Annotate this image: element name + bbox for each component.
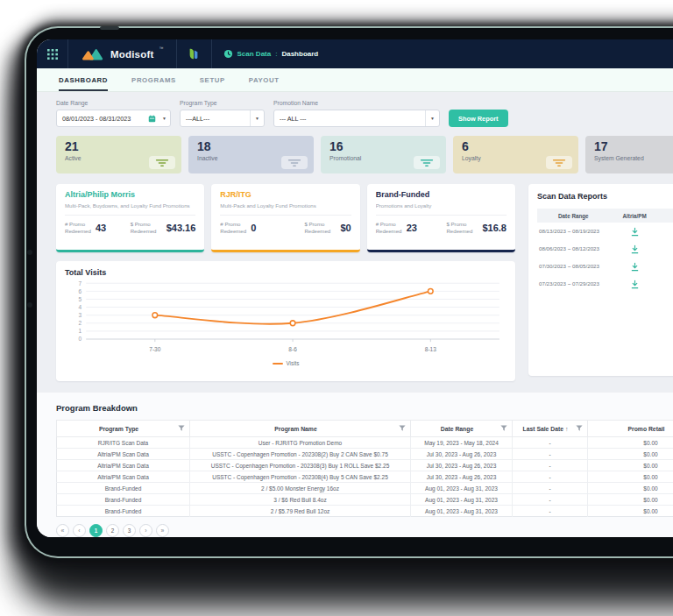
date-range-value: 08/01/2023 - 08/31/2023: [57, 115, 148, 123]
table-row[interactable]: RJR/ITG Scan Data User - RJR/ITG Promoti…: [57, 437, 673, 449]
report-date-range: 07/30/2023 ~ 08/05/2023: [537, 263, 610, 271]
cell-program-type: Altria/PM Scan Data: [57, 449, 190, 460]
cell-date-range: Jul 30, 2023 - Aug 26, 2023: [411, 460, 513, 471]
svg-text:3: 3: [79, 312, 82, 318]
breadcrumb-app[interactable]: Scan Data: [237, 50, 272, 58]
cell-last-sale: -: [513, 494, 588, 506]
column-filter-icon[interactable]: [399, 425, 406, 432]
pagination-last-button[interactable]: »: [156, 524, 169, 537]
brand-logo[interactable]: Modisoft ™: [68, 39, 177, 68]
tab-dashboard[interactable]: DASHBOARD: [59, 68, 108, 91]
promo-count-value: 0: [251, 223, 256, 233]
cell-program-name: USSTC - Copenhagen Promotion - 202308(3)…: [190, 460, 411, 471]
tab-setup[interactable]: SETUP: [200, 68, 225, 91]
tab-payout[interactable]: PAYOUT: [249, 68, 280, 91]
stat-card[interactable]: 17 System Generated: [585, 136, 673, 173]
pagination-first-button[interactable]: «: [56, 524, 69, 537]
scan-data-app-button[interactable]: [177, 39, 212, 68]
cell-last-sale: -: [513, 449, 588, 460]
svg-text:8-13: 8-13: [425, 345, 436, 351]
table-row[interactable]: Altria/PM Scan Data USSTC - Copenhagen P…: [57, 449, 673, 460]
cell-program-type: Brand-Funded: [57, 494, 190, 506]
cell-program-type: Altria/PM Scan Data: [57, 471, 190, 483]
tab-programs[interactable]: PROGRAMS: [131, 68, 176, 91]
modisoft-app-icon: [188, 47, 200, 60]
column-filter-icon[interactable]: [178, 425, 185, 432]
pagination-next-button[interactable]: ›: [139, 524, 152, 537]
filter-funnel-icon[interactable]: [281, 156, 308, 169]
cell-promo-retail: $0.00: [588, 506, 673, 517]
download-icon[interactable]: [630, 244, 640, 254]
calendar-icon[interactable]: [148, 115, 156, 123]
stat-card[interactable]: 16 Promotional: [321, 136, 446, 173]
apps-grid-button[interactable]: [37, 39, 68, 68]
svg-text:7: 7: [79, 280, 82, 286]
chevron-down-icon[interactable]: ▼: [159, 110, 170, 126]
pagination-prev-button[interactable]: ‹: [73, 524, 86, 537]
download-icon[interactable]: [630, 262, 640, 272]
column-filter-icon[interactable]: [500, 425, 507, 432]
cell-promo-retail: $0.00: [588, 437, 673, 449]
cell-promo-retail: $0.00: [588, 460, 673, 471]
cell-program-type: Altria/PM Scan Data: [57, 460, 190, 471]
tablet-side-button: [27, 302, 32, 308]
column-header: Date Range: [411, 421, 513, 437]
column-filter-icon[interactable]: [576, 425, 583, 432]
program-breakdown-section: Program Breakdown Program Type Program N…: [37, 393, 673, 537]
program-breakdown-table: Program Type Program Name Date Range Las…: [56, 420, 673, 517]
report-date-range: 08/06/2023 ~ 08/12/2023: [537, 245, 610, 253]
tablet-side-button: [27, 250, 32, 255]
dashboard-body: Altria/Philip Morris Multi-Pack, Buydown…: [56, 184, 673, 381]
cell-promo-retail: $0.00: [588, 494, 673, 506]
svg-text:1: 1: [79, 328, 82, 334]
pagination-page-2[interactable]: 2: [106, 524, 119, 537]
cell-last-sale: -: [513, 483, 588, 494]
chart-title: Total Visits: [65, 268, 507, 277]
sort-asc-icon[interactable]: ↑: [565, 426, 569, 432]
table-row[interactable]: Altria/PM Scan Data USSTC - Copenhagen P…: [57, 460, 673, 471]
breadcrumb-page[interactable]: Dashboard: [281, 50, 318, 58]
chevron-down-icon[interactable]: ▼: [250, 110, 264, 126]
stat-label: System Generated: [594, 155, 673, 161]
table-row: 08/06/2023 ~ 08/12/2023: [537, 240, 673, 258]
pagination-page-3[interactable]: 3: [123, 524, 136, 537]
filter-funnel-icon[interactable]: [414, 156, 440, 169]
pagination-page-1[interactable]: 1: [89, 524, 103, 537]
column-header: RJR/ITG: [660, 213, 673, 219]
promo-card: RJR/ITG Multi-Pack and Loyalty Fund Prom…: [211, 184, 359, 252]
stat-card[interactable]: 21 Active: [56, 136, 181, 173]
cell-program-name: USSTC - Copenhagen Promotion - 202308(2)…: [190, 449, 411, 460]
stat-value: 18: [197, 140, 314, 153]
promo-card-title: RJR/ITG: [220, 191, 351, 200]
scan-data-reports-card: Scan Data Reports Date Range Altria/PM R…: [528, 184, 673, 376]
table-row: 08/13/2023 ~ 08/19/2023: [537, 223, 673, 240]
cell-program-name: USSTC - Copenhagen Promotion - 202308(4)…: [190, 471, 411, 483]
filter-funnel-icon[interactable]: [546, 156, 572, 169]
column-header: Last Sale Date↑: [513, 421, 588, 437]
download-icon[interactable]: [630, 280, 640, 289]
table-row[interactable]: Brand-Funded 3 / $6 Red Bull 8.4oz Aug 0…: [57, 494, 673, 506]
filter-funnel-icon[interactable]: [149, 156, 175, 169]
legend-label: Visits: [287, 360, 300, 366]
breadcrumb-separator: :: [275, 50, 277, 58]
grid-icon: [47, 49, 58, 60]
tab-bar: DASHBOARD PROGRAMS SETUP PAYOUT: [37, 68, 673, 92]
stat-card[interactable]: 18 Inactive: [188, 136, 314, 173]
chevron-down-icon[interactable]: ▼: [425, 110, 439, 126]
promo-count-label: # Promo Redeemed: [376, 221, 402, 234]
program-type-select[interactable]: ---ALL--- ▼: [180, 110, 265, 127]
promotion-name-select[interactable]: --- ALL --- ▼: [273, 110, 440, 127]
promo-card-subtitle: Multi-Pack and Loyalty Fund Promotions: [220, 202, 351, 209]
table-row[interactable]: Brand-Funded 2 / $5.79 Red Bull 12oz Aug…: [57, 506, 673, 517]
table-row[interactable]: Brand-Funded 2 / $5.00 Monster Energy 16…: [57, 483, 673, 494]
promotion-name-value: --- ALL ---: [274, 115, 425, 123]
program-breakdown-title: Program Breakdown: [56, 403, 673, 413]
show-report-button[interactable]: Show Report: [449, 110, 508, 127]
cell-date-range: Jul 30, 2023 - Aug 26, 2023: [411, 471, 513, 483]
main-content: Date Range 08/01/2023 - 08/31/2023: [37, 92, 673, 537]
table-row[interactable]: Altria/PM Scan Data USSTC - Copenhagen P…: [57, 471, 673, 483]
report-date-range: 07/23/2023 ~ 07/29/2023: [537, 280, 610, 288]
date-range-input[interactable]: 08/01/2023 - 08/31/2023 ▼: [56, 110, 171, 127]
stat-card[interactable]: 6 Loyalty: [453, 136, 578, 173]
download-icon[interactable]: [630, 227, 640, 237]
